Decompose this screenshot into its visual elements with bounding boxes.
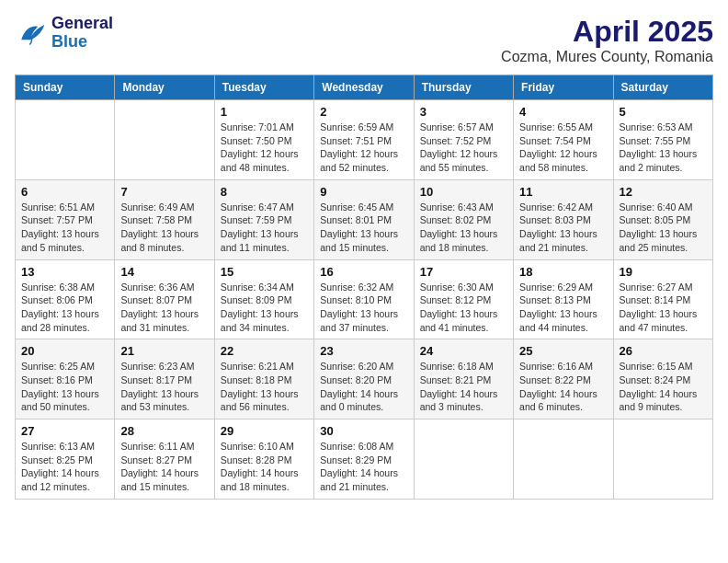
calendar-week-row: 27Sunrise: 6:13 AM Sunset: 8:25 PM Dayli…: [16, 419, 713, 500]
day-number: 9: [320, 185, 407, 199]
calendar-day-cell: 18Sunrise: 6:29 AM Sunset: 8:13 PM Dayli…: [514, 259, 613, 339]
calendar-week-row: 13Sunrise: 6:38 AM Sunset: 8:06 PM Dayli…: [16, 259, 713, 339]
day-number: 25: [519, 344, 607, 358]
calendar-day-cell: 30Sunrise: 6:08 AM Sunset: 8:29 PM Dayli…: [314, 419, 414, 500]
day-info: Sunrise: 6:23 AM Sunset: 8:17 PM Dayligh…: [120, 360, 208, 414]
calendar-day-cell: 23Sunrise: 6:20 AM Sunset: 8:20 PM Dayli…: [314, 339, 414, 419]
day-number: 5: [620, 105, 707, 119]
calendar-empty-cell: [514, 419, 613, 500]
day-info: Sunrise: 6:55 AM Sunset: 7:54 PM Dayligh…: [519, 121, 607, 175]
day-number: 8: [221, 185, 308, 199]
calendar-day-cell: 20Sunrise: 6:25 AM Sunset: 8:16 PM Dayli…: [16, 339, 115, 419]
calendar-day-cell: 14Sunrise: 6:36 AM Sunset: 8:07 PM Dayli…: [115, 259, 214, 339]
day-number: 29: [221, 424, 308, 438]
day-number: 6: [21, 185, 108, 199]
calendar-day-cell: 27Sunrise: 6:13 AM Sunset: 8:25 PM Dayli…: [16, 419, 115, 500]
day-number: 22: [221, 344, 308, 358]
calendar-header-row: SundayMondayTuesdayWednesdayThursdayFrid…: [16, 75, 713, 100]
calendar-day-cell: 10Sunrise: 6:43 AM Sunset: 8:02 PM Dayli…: [414, 179, 513, 259]
day-number: 20: [21, 344, 108, 358]
day-info: Sunrise: 6:49 AM Sunset: 7:58 PM Dayligh…: [120, 201, 208, 255]
calendar-day-cell: 8Sunrise: 6:47 AM Sunset: 7:59 PM Daylig…: [214, 179, 313, 259]
day-number: 15: [221, 265, 308, 279]
header-area: General Blue April 2025 Cozma, Mures Cou…: [15, 15, 713, 65]
calendar-day-cell: 3Sunrise: 6:57 AM Sunset: 7:52 PM Daylig…: [414, 100, 513, 180]
day-number: 23: [320, 344, 407, 358]
calendar-day-cell: 16Sunrise: 6:32 AM Sunset: 8:10 PM Dayli…: [314, 259, 414, 339]
day-header-wednesday: Wednesday: [314, 75, 414, 100]
calendar-day-cell: 13Sunrise: 6:38 AM Sunset: 8:06 PM Dayli…: [16, 259, 115, 339]
calendar-day-cell: 26Sunrise: 6:15 AM Sunset: 8:24 PM Dayli…: [613, 339, 712, 419]
day-number: 27: [21, 424, 108, 438]
calendar-day-cell: 24Sunrise: 6:18 AM Sunset: 8:21 PM Dayli…: [414, 339, 513, 419]
day-number: 19: [620, 265, 707, 279]
calendar-day-cell: 25Sunrise: 6:16 AM Sunset: 8:22 PM Dayli…: [514, 339, 613, 419]
calendar-day-cell: 5Sunrise: 6:53 AM Sunset: 7:55 PM Daylig…: [613, 100, 712, 180]
calendar-day-cell: 9Sunrise: 6:45 AM Sunset: 8:01 PM Daylig…: [314, 179, 414, 259]
day-info: Sunrise: 6:40 AM Sunset: 8:05 PM Dayligh…: [620, 201, 707, 255]
day-number: 10: [420, 185, 507, 199]
day-info: Sunrise: 6:10 AM Sunset: 8:28 PM Dayligh…: [221, 440, 308, 494]
day-number: 13: [21, 265, 108, 279]
day-info: Sunrise: 6:45 AM Sunset: 8:01 PM Dayligh…: [320, 201, 407, 255]
day-info: Sunrise: 6:29 AM Sunset: 8:13 PM Dayligh…: [519, 281, 607, 335]
day-info: Sunrise: 6:13 AM Sunset: 8:25 PM Dayligh…: [21, 440, 108, 494]
day-info: Sunrise: 6:32 AM Sunset: 8:10 PM Dayligh…: [320, 281, 407, 335]
day-number: 24: [420, 344, 507, 358]
day-info: Sunrise: 6:42 AM Sunset: 8:03 PM Dayligh…: [519, 201, 607, 255]
day-info: Sunrise: 6:27 AM Sunset: 8:14 PM Dayligh…: [620, 281, 707, 335]
day-number: 17: [420, 265, 507, 279]
day-number: 12: [620, 185, 707, 199]
day-info: Sunrise: 6:18 AM Sunset: 8:21 PM Dayligh…: [420, 360, 507, 414]
day-info: Sunrise: 6:36 AM Sunset: 8:07 PM Dayligh…: [120, 281, 208, 335]
calendar-day-cell: 4Sunrise: 6:55 AM Sunset: 7:54 PM Daylig…: [514, 100, 613, 180]
day-number: 30: [320, 424, 407, 438]
day-number: 11: [519, 185, 607, 199]
logo-general-text: General: [51, 15, 113, 33]
day-info: Sunrise: 6:43 AM Sunset: 8:02 PM Dayligh…: [420, 201, 507, 255]
day-header-friday: Friday: [514, 75, 613, 100]
day-number: 28: [120, 424, 208, 438]
calendar-empty-cell: [16, 100, 115, 180]
calendar-week-row: 20Sunrise: 6:25 AM Sunset: 8:16 PM Dayli…: [16, 339, 713, 419]
day-info: Sunrise: 6:38 AM Sunset: 8:06 PM Dayligh…: [21, 281, 108, 335]
day-number: 3: [420, 105, 507, 119]
day-info: Sunrise: 6:59 AM Sunset: 7:51 PM Dayligh…: [320, 121, 407, 175]
day-info: Sunrise: 6:34 AM Sunset: 8:09 PM Dayligh…: [221, 281, 308, 335]
logo-blue-text: Blue: [51, 33, 113, 52]
calendar-day-cell: 19Sunrise: 6:27 AM Sunset: 8:14 PM Dayli…: [613, 259, 712, 339]
day-number: 16: [320, 265, 407, 279]
calendar-day-cell: 22Sunrise: 6:21 AM Sunset: 8:18 PM Dayli…: [214, 339, 313, 419]
calendar-day-cell: 6Sunrise: 6:51 AM Sunset: 7:57 PM Daylig…: [16, 179, 115, 259]
day-info: Sunrise: 6:21 AM Sunset: 8:18 PM Dayligh…: [221, 360, 308, 414]
calendar-empty-cell: [613, 419, 712, 500]
day-info: Sunrise: 6:25 AM Sunset: 8:16 PM Dayligh…: [21, 360, 108, 414]
day-info: Sunrise: 6:15 AM Sunset: 8:24 PM Dayligh…: [620, 360, 707, 414]
calendar-week-row: 6Sunrise: 6:51 AM Sunset: 7:57 PM Daylig…: [16, 179, 713, 259]
day-number: 7: [120, 185, 208, 199]
day-number: 14: [120, 265, 208, 279]
day-number: 26: [620, 344, 707, 358]
logo: General Blue: [15, 15, 113, 52]
day-info: Sunrise: 6:11 AM Sunset: 8:27 PM Dayligh…: [120, 440, 208, 494]
day-number: 4: [519, 105, 607, 119]
day-number: 1: [221, 105, 308, 119]
day-header-tuesday: Tuesday: [214, 75, 313, 100]
day-header-monday: Monday: [115, 75, 214, 100]
calendar-day-cell: 1Sunrise: 7:01 AM Sunset: 7:50 PM Daylig…: [214, 100, 313, 180]
day-info: Sunrise: 6:20 AM Sunset: 8:20 PM Dayligh…: [320, 360, 407, 414]
calendar-day-cell: 21Sunrise: 6:23 AM Sunset: 8:17 PM Dayli…: [115, 339, 214, 419]
calendar-day-cell: 17Sunrise: 6:30 AM Sunset: 8:12 PM Dayli…: [414, 259, 513, 339]
calendar-empty-cell: [115, 100, 214, 180]
day-info: Sunrise: 6:30 AM Sunset: 8:12 PM Dayligh…: [420, 281, 507, 335]
calendar-day-cell: 2Sunrise: 6:59 AM Sunset: 7:51 PM Daylig…: [314, 100, 414, 180]
day-number: 18: [519, 265, 607, 279]
day-info: Sunrise: 6:53 AM Sunset: 7:55 PM Dayligh…: [620, 121, 707, 175]
title-area: April 2025 Cozma, Mures County, Romania: [501, 15, 713, 65]
calendar-day-cell: 7Sunrise: 6:49 AM Sunset: 7:58 PM Daylig…: [115, 179, 214, 259]
day-info: Sunrise: 6:51 AM Sunset: 7:57 PM Dayligh…: [21, 201, 108, 255]
calendar-day-cell: 11Sunrise: 6:42 AM Sunset: 8:03 PM Dayli…: [514, 179, 613, 259]
logo-icon: [15, 17, 48, 50]
calendar-day-cell: 15Sunrise: 6:34 AM Sunset: 8:09 PM Dayli…: [214, 259, 313, 339]
subtitle: Cozma, Mures County, Romania: [501, 49, 713, 65]
